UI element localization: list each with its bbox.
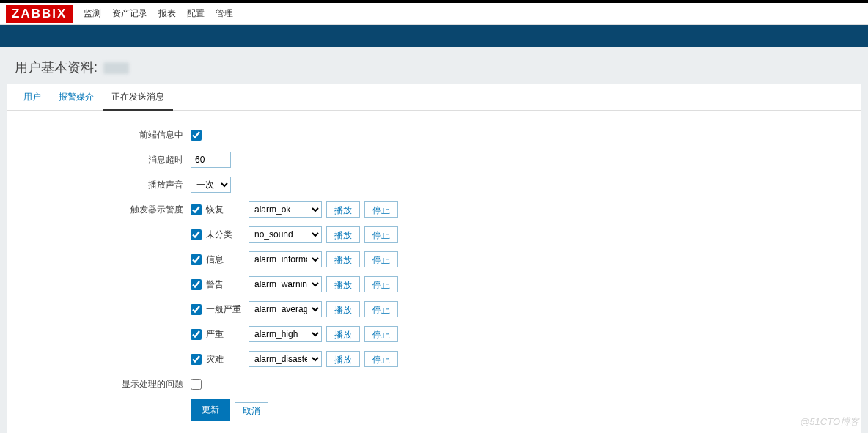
severity-label: 警告 [206,278,244,291]
select-sound-0[interactable]: alarm_ok [249,201,322,218]
stop-button-3[interactable]: 停止 [364,276,398,292]
severity-label: 灾难 [206,353,244,366]
select-sound-3[interactable]: alarm_warning [249,276,322,292]
page-title: 用户基本资料: [0,47,868,84]
checkbox-severity-5[interactable] [191,329,202,340]
label-severity: 触发器示警度 [7,204,191,216]
label-frontend: 前端信息中 [7,129,191,141]
label-suppressed: 显示处理的问题 [7,378,191,391]
form: 前端信息中 消息超时 播放声音 一次 触发器示警度恢复alarm_ok播放停止未… [7,111,861,433]
select-sound-6[interactable]: alarm_disaster [249,351,322,367]
nav-inventory[interactable]: 资产记录 [112,7,147,20]
logo[interactable]: ZABBIX [6,5,73,23]
play-button-2[interactable]: 播放 [326,251,360,267]
input-timeout[interactable] [191,152,231,168]
header: ZABBIX 监测 资产记录 报表 配置 管理 [0,3,868,25]
checkbox-severity-2[interactable] [191,254,202,265]
page-title-text: 用户基本资料: [15,60,98,75]
tab-messaging[interactable]: 正在发送消息 [103,84,173,111]
stop-button-6[interactable]: 停止 [364,351,398,367]
stop-button-1[interactable]: 停止 [364,226,398,243]
play-button-6[interactable]: 播放 [326,351,360,367]
tab-media[interactable]: 报警媒介 [50,84,103,110]
checkbox-severity-6[interactable] [191,354,202,365]
watermark: @51CTO博客 [800,415,859,429]
play-button-5[interactable]: 播放 [326,326,360,342]
severity-label: 一般严重 [206,303,244,316]
select-sound-1[interactable]: no_sound [249,226,322,243]
stop-button-4[interactable]: 停止 [364,301,398,317]
sub-nav-bar [0,25,868,47]
play-button-4[interactable]: 播放 [326,301,360,317]
stop-button-5[interactable]: 停止 [364,326,398,342]
stop-button-2[interactable]: 停止 [364,251,398,267]
username-redacted [103,62,129,74]
content-panel: 用户 报警媒介 正在发送消息 前端信息中 消息超时 播放声音 一次 触发器示警度… [7,84,861,433]
stop-button-0[interactable]: 停止 [364,201,398,218]
play-button-1[interactable]: 播放 [326,226,360,243]
cancel-button[interactable]: 取消 [235,402,268,418]
label-timeout: 消息超时 [7,154,191,166]
checkbox-suppressed[interactable] [191,379,202,390]
checkbox-severity-0[interactable] [191,204,202,215]
severity-label: 恢复 [206,204,244,216]
select-sound-2[interactable]: alarm_information [249,251,322,267]
nav-configuration[interactable]: 配置 [187,7,205,20]
nav-administration[interactable]: 管理 [216,7,233,20]
label-playsound: 播放声音 [7,179,191,191]
severity-label: 未分类 [206,229,244,241]
tabs: 用户 报警媒介 正在发送消息 [7,84,861,111]
select-sound-5[interactable]: alarm_high [249,326,322,342]
severity-label: 严重 [206,328,244,341]
nav-monitoring[interactable]: 监测 [84,7,101,20]
tab-user[interactable]: 用户 [15,84,50,110]
nav-reports[interactable]: 报表 [158,7,176,20]
severity-label: 信息 [206,253,244,266]
play-button-3[interactable]: 播放 [326,276,360,292]
checkbox-severity-4[interactable] [191,304,202,315]
select-play-sound[interactable]: 一次 [191,177,231,193]
select-sound-4[interactable]: alarm_average [249,301,322,317]
checkbox-severity-1[interactable] [191,229,202,240]
checkbox-severity-3[interactable] [191,279,202,290]
play-button-0[interactable]: 播放 [326,201,360,218]
checkbox-frontend-messaging[interactable] [191,130,202,141]
update-button[interactable]: 更新 [191,399,230,421]
